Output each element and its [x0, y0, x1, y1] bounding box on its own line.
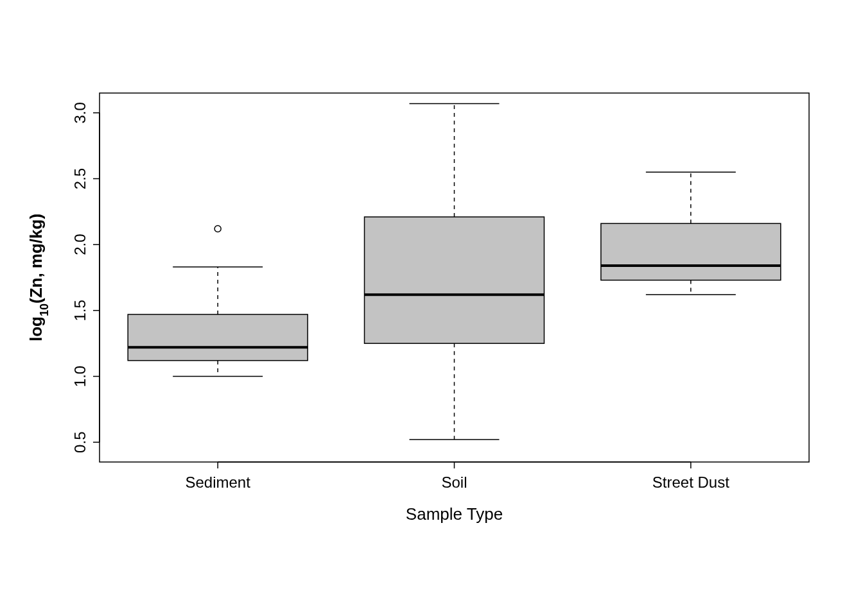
box [128, 314, 308, 361]
y-tick-label: 1.0 [71, 366, 89, 387]
x-axis-label: Sample Type [406, 504, 503, 524]
x-tick-label: Soil [441, 474, 467, 491]
boxplot-svg: 0.51.01.52.02.53.0SedimentSoilStreet Dus… [0, 0, 863, 616]
x-tick-label: Street Dust [652, 474, 729, 491]
box [601, 223, 781, 280]
y-axis-label: log10(Zn, mg/kg) [26, 214, 51, 341]
x-tick-label: Sediment [185, 474, 250, 491]
y-tick-label: 3.0 [71, 102, 89, 123]
outlier-point [214, 226, 221, 232]
y-tick-label: 2.5 [71, 168, 89, 189]
chart-container: 0.51.01.52.02.53.0SedimentSoilStreet Dus… [0, 0, 863, 616]
box [365, 217, 545, 343]
y-tick-label: 0.5 [71, 432, 89, 453]
y-tick-label: 2.0 [71, 234, 89, 255]
y-tick-label: 1.5 [71, 300, 89, 321]
